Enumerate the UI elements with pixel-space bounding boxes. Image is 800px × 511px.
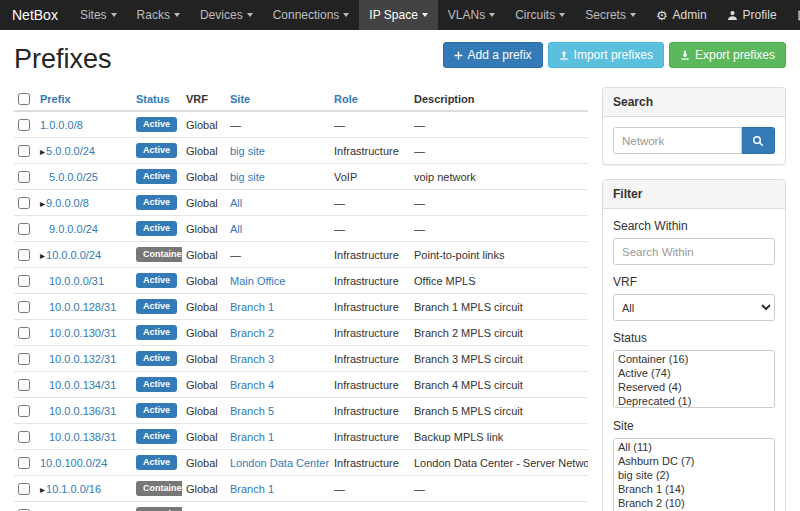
prefix-link[interactable]: 10.0.0.0/24 [46,249,101,261]
export-prefixes-button[interactable]: Export prefixes [669,42,786,68]
nav-item-vlans[interactable]: VLANs [438,0,505,30]
row-checkbox[interactable] [18,379,30,391]
site-link[interactable]: Branch 5 [230,405,274,417]
prefix-cell: ▸10.0.0.0/24 [36,242,132,268]
select-all-checkbox[interactable] [18,93,30,105]
status-cell: Active [132,216,182,242]
nav-item-label: Sites [80,8,107,22]
filter-option[interactable]: Reserved (4) [615,380,773,394]
site-link[interactable]: Branch 2 [230,327,274,339]
nav-item-connections[interactable]: Connections [263,0,360,30]
row-checkbox[interactable] [18,353,30,365]
site-link[interactable]: Branch 4 [230,379,274,391]
row-checkbox[interactable] [18,301,30,313]
import-prefixes-button[interactable]: Import prefixes [548,42,664,68]
filter-option[interactable]: All (11) [615,440,773,454]
row-checkbox[interactable] [18,275,30,287]
nav-item-ip-space[interactable]: IP Space [359,0,437,30]
vrf-select[interactable]: All [613,294,775,321]
site-link[interactable]: Branch 3 [230,353,274,365]
site-link[interactable]: big site [230,145,265,157]
indent-spacer [40,388,49,389]
prefix-link[interactable]: 9.0.0.0/24 [49,223,98,235]
row-checkbox[interactable] [18,145,30,157]
status-cell: Active [132,424,182,450]
table-row: ▸1.0.0.0/8 Active Global — — — [14,111,588,138]
search-input[interactable] [613,127,742,154]
role-cell: Infrastructure [330,424,410,450]
filter-option[interactable]: Deprecated (1) [615,394,773,408]
netbox-brand-link[interactable]: NetBox [0,0,70,30]
row-checkbox[interactable] [18,197,30,209]
site-select[interactable]: All (11)Ashburn DC (7)big site (2)Branch… [613,438,775,511]
expand-arrow-icon[interactable]: ▸ [40,146,45,157]
prefix-link[interactable]: 10.0.0.132/31 [49,353,116,365]
site-link[interactable]: Branch 1 [230,301,274,313]
search-within-input[interactable] [613,238,775,265]
nav-item-devices[interactable]: Devices [190,0,263,30]
site-cell: Branch 4 [226,372,330,398]
prefix-link[interactable]: 9.0.0.0/8 [46,197,89,209]
nav-admin-link[interactable]: ⚙ Admin [646,0,717,30]
prefix-link[interactable]: 5.0.0.0/24 [46,145,95,157]
vrf-text: Global [186,379,218,391]
nav-logout-link[interactable]: Log out [787,0,800,30]
expand-arrow-icon[interactable]: ▸ [40,250,45,261]
expand-arrow-icon[interactable]: ▸ [40,484,45,495]
sort-site-link[interactable]: Site [230,93,250,105]
prefix-link[interactable]: 10.0.100.0/24 [40,457,107,469]
nav-item-sites[interactable]: Sites [70,0,127,30]
row-checkbox[interactable] [18,327,30,339]
search-submit-button[interactable] [742,127,775,154]
status-badge: Active [136,273,177,288]
site-link[interactable]: All [230,197,242,209]
row-checkbox[interactable] [18,483,30,495]
admin-label: Admin [673,8,707,22]
vrf-cell: Global [182,190,226,216]
status-select[interactable]: Container (16)Active (74)Reserved (4)Dep… [613,350,775,408]
filter-option[interactable]: Container (16) [615,352,773,366]
prefix-link[interactable]: 10.0.0.136/31 [49,405,116,417]
row-checkbox[interactable] [18,119,30,131]
site-link[interactable]: big site [230,171,265,183]
sort-role-link[interactable]: Role [334,93,358,105]
row-checkbox[interactable] [18,223,30,235]
site-link[interactable]: Branch 1 [230,431,274,443]
site-link[interactable]: Branch 1 [230,483,274,495]
sort-status-link[interactable]: Status [136,93,170,105]
sort-prefix-link[interactable]: Prefix [40,93,71,105]
vrf-cell: Global [182,294,226,320]
prefix-link[interactable]: 10.1.0.0/16 [46,483,101,495]
row-checkbox[interactable] [18,457,30,469]
nav-profile-link[interactable]: Profile [717,0,787,30]
site-link[interactable]: London Data Center [230,457,329,469]
role-cell: — [330,190,410,216]
nav-item-racks[interactable]: Racks [127,0,190,30]
indent-spacer [40,284,49,285]
nav-item-secrets[interactable]: Secrets [575,0,646,30]
prefix-link[interactable]: 10.0.0.0/31 [49,275,104,287]
prefix-link[interactable]: 10.0.0.128/31 [49,301,116,313]
site-link[interactable]: All [230,223,242,235]
prefix-link[interactable]: 1.0.0.0/8 [40,119,83,131]
filter-option[interactable]: Branch 2 (10) [615,496,773,510]
site-link[interactable]: Main Office [230,275,285,287]
status-cell: Active [132,190,182,216]
prefix-link[interactable]: 10.0.0.134/31 [49,379,116,391]
filter-option[interactable]: Active (74) [615,366,773,380]
filter-option[interactable]: Ashburn DC (7) [615,454,773,468]
prefix-link[interactable]: 5.0.0.0/25 [49,171,98,183]
row-checkbox[interactable] [18,405,30,417]
row-checkbox[interactable] [18,171,30,183]
vrf-cell: Global [182,111,226,138]
expand-arrow-icon[interactable]: ▸ [40,198,45,209]
filter-option[interactable]: big site (2) [615,468,773,482]
prefix-link[interactable]: 10.0.0.130/31 [49,327,116,339]
add-prefix-button[interactable]: Add a prefix [443,42,543,68]
prefix-link[interactable]: 10.0.0.138/31 [49,431,116,443]
filter-option[interactable]: Branch 1 (14) [615,482,773,496]
nav-item-circuits[interactable]: Circuits [505,0,575,30]
row-checkbox[interactable] [18,249,30,261]
site-cell: — [226,111,330,138]
row-checkbox[interactable] [18,431,30,443]
